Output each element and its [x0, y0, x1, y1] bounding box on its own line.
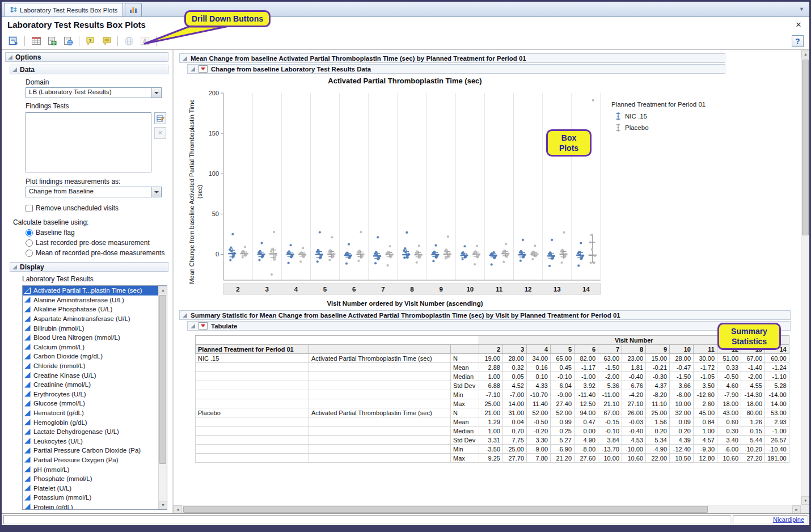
remove-test-icon[interactable]: ✕	[154, 127, 166, 139]
tab-lab-results-box-plots[interactable]: Laboratory Test Results Box Plots	[4, 3, 123, 16]
scroll-left-icon[interactable]: ◄	[174, 505, 182, 513]
scroll-down-icon[interactable]: ▼	[801, 496, 809, 505]
box-group	[286, 244, 294, 264]
table-cell: -8.20	[646, 390, 670, 399]
test-list-item[interactable]: Potassium (mmol/L)	[23, 493, 158, 503]
test-list-item[interactable]: Leukocytes (U/L)	[23, 437, 158, 446]
globe-icon[interactable]	[122, 35, 136, 48]
scroll-down-icon[interactable]: ▼	[159, 501, 167, 509]
continuous-variable-icon	[24, 316, 31, 322]
table-cell	[196, 454, 309, 463]
display-section-header[interactable]: Display	[10, 262, 168, 272]
notes-icon[interactable]	[99, 35, 113, 48]
test-list-item[interactable]: Alkaline Phosphatase (U/L)	[23, 305, 158, 314]
test-list-item[interactable]: Glucose (mmol/L)	[23, 399, 158, 408]
svg-text:2: 2	[236, 286, 239, 293]
box-group	[257, 242, 265, 261]
test-list-item[interactable]: Activated Partial T...plastin Time (sec)	[23, 286, 158, 295]
table-cell	[309, 399, 451, 408]
scroll-up-icon[interactable]: ▲	[801, 50, 809, 58]
tab-label: Laboratory Test Results Box Plots	[20, 7, 117, 14]
test-list-item[interactable]: Alanine Aminotransferase (U/L)	[23, 295, 158, 305]
test-list-item[interactable]: Creatine Kinase (U/L)	[23, 370, 158, 380]
help-icon[interactable]: ?	[792, 35, 804, 47]
plot-as-select[interactable]: Change from Baseline	[26, 187, 162, 197]
legend-item[interactable]: NIC .15	[615, 112, 740, 121]
test-list-item[interactable]: Blood Urea Nitrogen (mmol/L)	[23, 333, 158, 343]
test-list-item[interactable]: Platelet (U/L)	[23, 483, 158, 493]
table-cell: -1.05	[694, 372, 717, 381]
test-list-item[interactable]: Partial Pressure Carbon Dioxide (Pa)	[23, 446, 158, 455]
table-cell: -11.40	[575, 390, 598, 399]
scroll-right-icon[interactable]: ►	[792, 505, 801, 513]
table-cell: 4.60	[717, 381, 741, 390]
content-vertical-scrollbar[interactable]: ▲ ▼	[801, 50, 809, 505]
test-list-item[interactable]: pH (mmol/L)	[23, 465, 158, 474]
scroll-thumb[interactable]	[802, 60, 809, 235]
domain-select[interactable]: LB (Laboratory Test Results)	[26, 87, 162, 98]
edit-tests-button[interactable]	[154, 112, 166, 124]
outline-tabulate[interactable]: Tabulate	[187, 321, 791, 331]
test-list-item[interactable]: Creatinine (mmol/L)	[23, 380, 158, 390]
web-report-icon[interactable]	[61, 35, 75, 48]
toolbar-separator	[117, 36, 118, 46]
data-table-icon[interactable]	[29, 35, 43, 48]
tab-chart[interactable]	[125, 3, 142, 16]
options-header[interactable]: Options	[5, 52, 168, 62]
tabstrip-overflow-icon[interactable]: ▼	[799, 6, 804, 12]
test-list-item[interactable]: Protein (g/dL)	[23, 503, 158, 509]
box-group	[298, 247, 306, 263]
study-link[interactable]: Nicardipine	[773, 516, 804, 523]
svg-text:14: 14	[582, 286, 590, 293]
y-axis-label: Mean Change from baseline Activated Part…	[187, 87, 206, 298]
test-list-item[interactable]: Hemoglobin (g/dL)	[23, 417, 158, 427]
svg-text:?: ?	[88, 38, 91, 43]
remove-unscheduled-visits-checkbox[interactable]	[26, 205, 33, 212]
table-cell	[309, 372, 451, 381]
table-cell: 8	[622, 345, 646, 354]
tests-scrollbar[interactable]: ▲ ▼	[158, 286, 167, 509]
last-recorded-radio[interactable]	[26, 239, 33, 247]
table-cell	[196, 336, 479, 345]
outline-change-data[interactable]: Change from baseline Laboratory Test Res…	[187, 64, 725, 74]
test-list-item[interactable]: Calcium (mmol/L)	[23, 343, 158, 352]
outline-boxplot-section[interactable]: Mean Change from baseline Activated Part…	[179, 53, 725, 63]
scroll-up-icon[interactable]: ▲	[159, 286, 167, 294]
table-row: Mean1.290.04-0.500.990.47-0.15-0.031.560…	[196, 417, 789, 427]
summary-table-host: Visit NumberPlanned Treatment for Period…	[179, 335, 798, 463]
mean-recorded-radio[interactable]	[26, 250, 33, 257]
test-list-item[interactable]: Chloride (mmol/L)	[23, 361, 158, 371]
scroll-thumb[interactable]	[183, 506, 708, 513]
content-horizontal-scrollbar[interactable]: ◄ ►	[174, 505, 801, 513]
svg-text:0: 0	[216, 251, 219, 257]
table-cell: Placebo	[196, 408, 309, 417]
test-list-item[interactable]: Phosphate (mmol/L)	[23, 474, 158, 484]
close-icon[interactable]: ✕	[793, 20, 804, 29]
new-window-icon[interactable]	[6, 35, 20, 48]
baseline-flag-radio[interactable]	[26, 229, 33, 237]
test-list-item[interactable]: Hematocrit (g/dL)	[23, 408, 158, 418]
outline-summary-section[interactable]: Summary Statistic for Mean Change from b…	[179, 310, 791, 320]
spreadsheet-export-icon[interactable]	[45, 35, 59, 48]
table-cell: 5.27	[551, 436, 575, 445]
test-list-item[interactable]: Lactate Dehydrogenase (U/L)	[23, 427, 158, 437]
data-section-header[interactable]: Data	[10, 65, 168, 74]
test-list-item[interactable]: Erythrocytes (U/L)	[23, 390, 158, 399]
table-cell: -4.20	[622, 390, 646, 399]
annotate-icon[interactable]: ?	[83, 35, 98, 48]
test-list-item[interactable]: Partial Pressure Oxygen (Pa)	[23, 455, 158, 465]
table-cell: -9.30	[694, 445, 717, 454]
table-cell: Mean	[451, 363, 479, 372]
test-list-item[interactable]: Carbon Dioxide (mg/dL)	[23, 352, 158, 361]
findings-tests-listbox[interactable]	[26, 112, 151, 172]
table-cell: -0.03	[622, 417, 646, 427]
table-cell: 0.09	[670, 417, 694, 427]
legend-item[interactable]: Placebo	[615, 123, 740, 132]
red-triangle-menu-icon[interactable]	[198, 322, 208, 330]
table-cell: Median	[451, 427, 479, 436]
red-triangle-menu-icon[interactable]	[198, 65, 208, 73]
test-list-item[interactable]: Bilirubin (mmol/L)	[23, 323, 158, 333]
table-cell: 15.00	[646, 354, 670, 363]
scroll-thumb[interactable]	[159, 295, 166, 464]
test-list-item[interactable]: Aspartate Aminotransferase (U/L)	[23, 314, 158, 324]
